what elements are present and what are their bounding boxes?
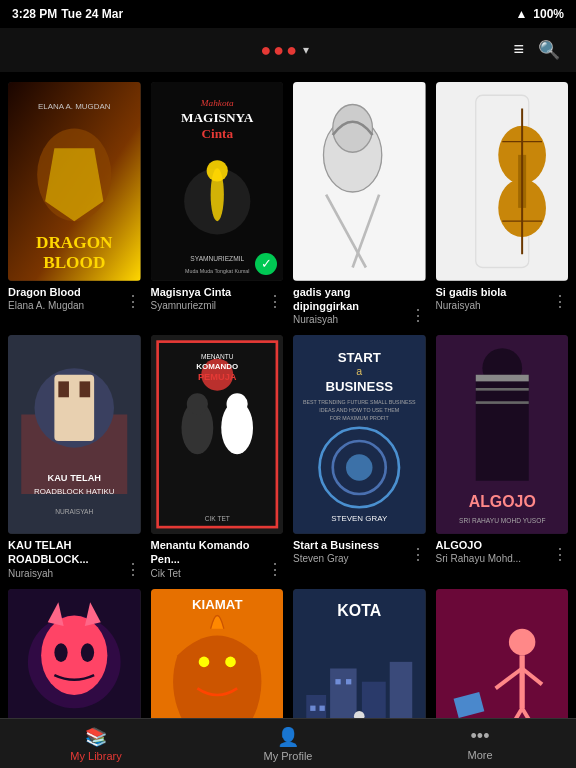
book-title: Magisnya Cinta — [151, 285, 272, 299]
svg-text:KAU TELAH: KAU TELAH — [47, 473, 101, 483]
svg-text:Cinta: Cinta — [201, 126, 233, 141]
status-right: ▲ 100% — [515, 7, 564, 21]
svg-point-73 — [54, 643, 67, 662]
svg-point-62 — [482, 349, 522, 389]
list-item: START a BUSINESS BEST TRENDING FUTURE SM… — [293, 335, 426, 578]
book-cover[interactable] — [436, 82, 569, 281]
check-badge: ✓ — [255, 253, 277, 275]
book-cover[interactable] — [293, 82, 426, 281]
svg-text:MENANTU: MENANTU — [200, 353, 233, 360]
top-bar-icons: ≡ 🔍 — [513, 39, 560, 61]
status-bar: 3:28 PM Tue 24 Mar ▲ 100% — [0, 0, 576, 28]
top-bar-center[interactable]: ●●● ▾ — [260, 40, 309, 61]
svg-rect-32 — [58, 382, 69, 398]
more-dots-button[interactable]: ⋮ — [552, 545, 568, 564]
list-item: Mahkota MAGISNYA Cinta SYAMNURIEZMIL Mud… — [151, 82, 284, 325]
svg-point-12 — [206, 160, 227, 181]
svg-text:KOTA: KOTA — [337, 601, 381, 618]
svg-text:BUSINESS: BUSINESS — [325, 379, 393, 394]
time: 3:28 PM — [12, 7, 57, 21]
svg-text:DRAGON: DRAGON — [36, 233, 113, 252]
book-icon: 📚 — [85, 726, 107, 748]
list-item: MAJNUN MAJNUN ⋮ — [436, 589, 569, 718]
wifi-icon: ▲ — [515, 7, 527, 21]
svg-text:ALGOJO: ALGOJO — [468, 494, 535, 511]
more-dots-button[interactable]: ⋮ — [552, 292, 568, 311]
book-cover[interactable]: KIAMAT KIAMAT — [151, 589, 284, 718]
svg-rect-88 — [320, 705, 325, 710]
svg-text:KIAMAT: KIAMAT — [191, 597, 242, 612]
list-item: gadis yang dipinggirkan Nuraisyah ⋮ — [293, 82, 426, 325]
book-author: Nuraisyah — [436, 300, 557, 311]
search-icon[interactable]: 🔍 — [538, 39, 560, 61]
list-item: MENANTU KOMANDO PEMUJA CIK TET Menantu K… — [151, 335, 284, 578]
list-item: KAU TELAH ROADBLOCK HATIKU NURAISYAH KAU… — [8, 335, 141, 578]
filter-icon[interactable]: ≡ — [513, 39, 524, 61]
book-cover[interactable]: MENANTU KOMANDO PEMUJA CIK TET — [151, 335, 284, 534]
svg-text:Mahkota: Mahkota — [199, 98, 233, 108]
book-author: Nuraisyah — [8, 568, 129, 579]
svg-rect-87 — [310, 705, 315, 710]
list-item: KOTA KOTA ⋮ — [293, 589, 426, 718]
more-dots-button[interactable]: ⋮ — [410, 545, 426, 564]
svg-rect-86 — [390, 662, 413, 718]
tab-bar: 📚 My Library 👤 My Profile ••• More — [0, 718, 576, 768]
svg-text:BLOOD: BLOOD — [43, 252, 105, 271]
chevron-down-icon[interactable]: ▾ — [303, 43, 309, 57]
svg-rect-33 — [80, 382, 91, 398]
tab-my-library[interactable]: 📚 My Library — [0, 726, 192, 762]
svg-text:Muda Muda Tongkat Kumal: Muda Muda Tongkat Kumal — [185, 268, 249, 274]
svg-point-46 — [226, 394, 247, 415]
book-cover[interactable]: ALGOJO SRI RAHAYU MOHD YUSOF — [436, 335, 569, 534]
book-grid-container: ELANA A. MUGDAN DRAGON BLOOD Dragon Bloo… — [0, 72, 576, 718]
svg-text:START: START — [338, 350, 381, 365]
person-icon: 👤 — [277, 726, 299, 748]
book-cover[interactable]: ELANA A. MUGDAN DRAGON BLOOD — [8, 82, 141, 281]
svg-text:KOMANDO: KOMANDO — [196, 363, 238, 372]
book-cover[interactable]: Mahkota MAGISNYA Cinta SYAMNURIEZMIL Mud… — [151, 82, 284, 281]
more-icon: ••• — [471, 726, 490, 747]
svg-text:BEST TRENDING FUTURE SMALL BUS: BEST TRENDING FUTURE SMALL BUSINESS — [303, 399, 416, 405]
svg-point-44 — [186, 394, 207, 415]
svg-rect-84 — [330, 668, 357, 718]
book-title: Menantu Komando Pen... — [151, 538, 272, 567]
svg-text:IDEAS AND HOW TO USE THEM: IDEAS AND HOW TO USE THEM — [319, 407, 399, 413]
svg-point-79 — [225, 656, 236, 667]
book-cover[interactable]: START a BUSINESS BEST TRENDING FUTURE SM… — [293, 335, 426, 534]
book-cover[interactable]: MAJNUN — [436, 589, 569, 718]
more-dots-button[interactable]: ⋮ — [267, 292, 283, 311]
book-cover[interactable]: KAU TELAH ROADBLOCK HATIKU NURAISYAH — [8, 335, 141, 534]
svg-point-70 — [41, 615, 107, 695]
svg-rect-63 — [475, 375, 528, 382]
svg-point-74 — [81, 643, 94, 662]
svg-point-78 — [198, 656, 209, 667]
tab-my-profile[interactable]: 👤 My Profile — [192, 726, 384, 762]
menu-dots[interactable]: ●●● — [260, 40, 299, 61]
book-author: Nuraisyah — [293, 314, 414, 325]
book-title: KAU TELAH ROADBLOCK... — [8, 538, 129, 567]
battery: 100% — [533, 7, 564, 21]
more-dots-button[interactable]: ⋮ — [125, 292, 141, 311]
more-dots-button[interactable]: ⋮ — [410, 306, 426, 325]
book-cover[interactable]: KOTA — [293, 589, 426, 718]
book-author: Steven Gray — [293, 553, 414, 564]
book-author: Elana A. Mugdan — [8, 300, 129, 311]
date: Tue 24 Mar — [61, 7, 123, 21]
tab-more[interactable]: ••• More — [384, 726, 576, 761]
svg-text:SYAMNURIEZMIL: SYAMNURIEZMIL — [190, 255, 244, 262]
svg-rect-65 — [475, 402, 528, 405]
book-cover[interactable]: — ERLYS — ERLYS — [8, 589, 141, 718]
tab-library-label: My Library — [70, 750, 121, 762]
more-dots-button[interactable]: ⋮ — [125, 560, 141, 579]
svg-text:ROADBLOCK HATIKU: ROADBLOCK HATIKU — [34, 487, 115, 496]
book-title: Si gadis biola — [436, 285, 557, 299]
list-item: — ERLYS — ERLYS ERLYS ⋮ — [8, 589, 141, 718]
svg-text:MAGISNYA: MAGISNYA — [181, 110, 254, 125]
book-title: ALGOJO — [436, 538, 557, 552]
more-dots-button[interactable]: ⋮ — [267, 560, 283, 579]
svg-text:PEMUJA: PEMUJA — [197, 372, 236, 382]
svg-text:FOR MAXIMUM PROFIT: FOR MAXIMUM PROFIT — [330, 415, 390, 421]
svg-rect-89 — [335, 679, 340, 684]
list-item: ELANA A. MUGDAN DRAGON BLOOD Dragon Bloo… — [8, 82, 141, 325]
status-left: 3:28 PM Tue 24 Mar — [12, 7, 123, 21]
